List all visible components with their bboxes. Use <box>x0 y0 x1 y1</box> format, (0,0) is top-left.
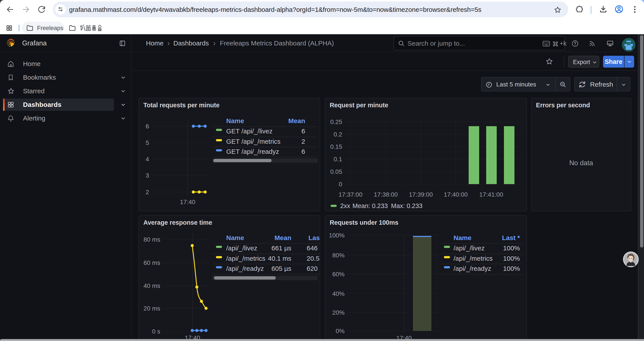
svg-text:0%: 0% <box>336 327 344 334</box>
svg-text:0: 0 <box>339 181 342 188</box>
svg-text:0.05: 0.05 <box>330 168 342 175</box>
svg-text:3: 3 <box>146 172 149 179</box>
svg-text:0.25: 0.25 <box>330 119 342 125</box>
svg-text:17:41:00: 17:41:00 <box>480 191 503 198</box>
svg-text:20%: 20% <box>332 309 344 316</box>
svg-text:60%: 60% <box>332 271 344 278</box>
svg-text:Mean: 0.233: Mean: 0.233 <box>352 202 388 209</box>
svg-text:100%: 100% <box>329 232 344 239</box>
svg-text:40%: 40% <box>332 290 344 297</box>
svg-text:20 ms: 20 ms <box>144 305 160 312</box>
svg-text:5: 5 <box>146 139 149 146</box>
svg-text:80 ms: 80 ms <box>144 236 160 243</box>
svg-text:0 s: 0 s <box>152 328 160 335</box>
svg-text:Max: 0.233: Max: 0.233 <box>391 202 422 209</box>
svg-text:4: 4 <box>146 156 149 163</box>
svg-text:2: 2 <box>146 189 149 195</box>
svg-text:0.2: 0.2 <box>334 131 342 138</box>
svg-text:17:37:00: 17:37:00 <box>339 191 362 198</box>
svg-text:6: 6 <box>146 123 149 130</box>
svg-text:0.15: 0.15 <box>330 143 342 150</box>
svg-text:80%: 80% <box>332 252 344 259</box>
svg-text:2xx: 2xx <box>340 202 350 209</box>
svg-text:17:40: 17:40 <box>180 199 195 205</box>
svg-text:40 ms: 40 ms <box>144 282 160 289</box>
svg-text:17:40:00: 17:40:00 <box>444 191 468 198</box>
svg-text:0.1: 0.1 <box>334 156 342 163</box>
svg-text:17:38:00: 17:38:00 <box>374 191 398 198</box>
svg-text:60 ms: 60 ms <box>144 259 160 266</box>
svg-text:17:39:00: 17:39:00 <box>409 191 433 198</box>
